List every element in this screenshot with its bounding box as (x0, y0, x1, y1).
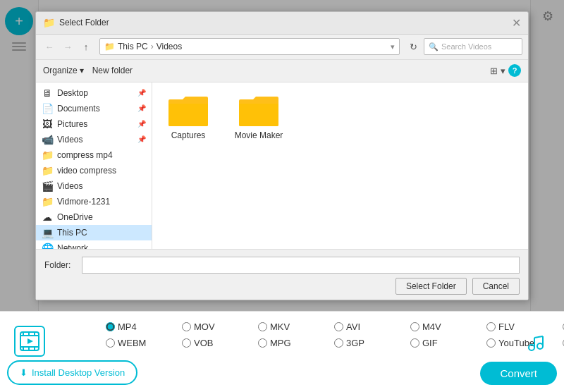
bottom-bar: MP4 MOV MKV AVI M4V FLV (0, 311, 564, 392)
folder-input-row: Folder: (44, 250, 520, 278)
desktop-icon: 🖥 (42, 87, 53, 99)
videos2-icon: 🎬 (42, 180, 53, 192)
svg-point-10 (529, 345, 534, 350)
folder-captures[interactable]: Captures (164, 94, 213, 140)
svg-rect-2 (20, 346, 39, 348)
nav-pane: 🖥 Desktop 📌 📄 Documents 📌 🖼 Pictures 📌 📹 (36, 82, 152, 249)
nav-item-desktop[interactable]: 🖥 Desktop 📌 (36, 85, 152, 101)
pin-icon: 📌 (137, 120, 146, 128)
nav-item-compress-mp4[interactable]: 📁 compress mp4 (36, 147, 152, 163)
nav-item-video-compress[interactable]: 📁 video compress (36, 163, 152, 178)
dialog-toolbar: ← → ↑ 📁 This PC › Videos ▾ ↻ 🔍 Search Vi… (36, 35, 528, 60)
nav-item-thispc[interactable]: 💻 This PC (36, 225, 152, 240)
cancel-button[interactable]: Cancel (472, 278, 520, 295)
content-pane: Captures Movie Maker (152, 82, 528, 249)
pin-icon: 📌 (137, 89, 146, 97)
film-icon (14, 326, 45, 357)
nav-item-desktop-label: Desktop (57, 88, 88, 98)
nav-item-network-label: Network (57, 243, 88, 249)
refresh-button[interactable]: ↻ (405, 39, 421, 54)
dialog-title-text: Select Folder (59, 18, 512, 27)
nav-item-videos[interactable]: 📹 Videos 📌 (36, 132, 152, 147)
radio-m4v[interactable]: M4V (410, 321, 481, 332)
new-folder-button[interactable]: New folder (92, 66, 133, 75)
search-placeholder: Search Videos (441, 42, 491, 51)
folder-moviemaker[interactable]: Movie Maker (234, 94, 283, 140)
radio-mkv[interactable]: MKV (258, 321, 329, 332)
folder-icon: 📁 (42, 165, 53, 176)
nav-item-onedrive[interactable]: ☁ OneDrive (36, 209, 152, 225)
music-icon (522, 329, 550, 357)
search-box[interactable]: 🔍 Search Videos (424, 38, 522, 55)
view-toggle-button[interactable]: ⊞ (490, 66, 498, 76)
dialog-actionbar: Organize ▾ New folder ⊞ ▾ ? (36, 60, 528, 82)
radio-section: MP4 MOV MKV AVI M4V FLV (49, 312, 564, 348)
nav-item-vidmore[interactable]: 📁 Vidmore-1231 (36, 194, 152, 209)
nav-up-button[interactable]: ↑ (78, 39, 94, 54)
folder-captures-name: Captures (171, 130, 206, 140)
nav-item-network[interactable]: 🌐 Network (36, 240, 152, 249)
dialog-body: 🖥 Desktop 📌 📄 Documents 📌 🖼 Pictures 📌 📹 (36, 82, 528, 249)
documents-icon: 📄 (42, 103, 53, 114)
folder-icon: 📁 (42, 149, 53, 161)
dialog-overlay: 📁 Select Folder ✕ ← → ↑ 📁 This PC › Vide… (0, 0, 564, 311)
pin-icon: 📌 (137, 135, 146, 143)
view-dropdown-button[interactable]: ▾ (501, 66, 505, 76)
svg-rect-4 (28, 332, 30, 335)
radio-gif[interactable]: GIF (410, 338, 481, 348)
radio-vob[interactable]: VOB (182, 338, 252, 348)
nav-item-videos2-label: Videos (57, 181, 82, 191)
install-button-label: Install Desktop Version (32, 367, 125, 378)
install-button[interactable]: ⬇ Install Desktop Version (7, 360, 137, 385)
dialog-buttons: Select Folder Cancel (44, 278, 520, 295)
folder-moviemaker-name: Movie Maker (235, 130, 283, 140)
folder-input[interactable] (82, 257, 520, 274)
radio-webm[interactable]: WEBM (106, 338, 176, 348)
breadcrumb-videos: Videos (157, 42, 182, 51)
radio-mp4[interactable]: MP4 (106, 321, 176, 332)
address-bar[interactable]: 📁 This PC › Videos ▾ (99, 38, 400, 55)
network-icon: 🌐 (42, 243, 53, 249)
nav-back-button[interactable]: ← (42, 39, 57, 54)
nav-item-pictures[interactable]: 🖼 Pictures 📌 (36, 116, 152, 132)
new-folder-label: New folder (92, 66, 133, 75)
view-icons: ⊞ ▾ ? (490, 64, 521, 77)
nav-item-documents-label: Documents (57, 104, 100, 114)
organize-button[interactable]: Organize ▾ (43, 66, 84, 75)
nav-item-videos2[interactable]: 🎬 Videos (36, 178, 152, 194)
nav-item-video-compress-label: video compress (57, 166, 116, 176)
radio-mov[interactable]: MOV (182, 321, 252, 332)
svg-rect-6 (23, 348, 24, 350)
nav-forward-button[interactable]: → (60, 39, 75, 54)
radio-row-1: MP4 MOV MKV AVI M4V FLV (106, 321, 508, 332)
select-folder-button[interactable]: Select Folder (396, 278, 467, 295)
thispc-icon: 💻 (42, 227, 53, 238)
dialog-title-icon: 📁 (43, 17, 55, 28)
radio-avi[interactable]: AVI (334, 321, 405, 332)
download-icon: ⬇ (20, 367, 27, 378)
svg-point-11 (537, 343, 543, 349)
videos-icon: 📹 (42, 134, 53, 145)
onedrive-icon: ☁ (42, 212, 53, 223)
radio-row-2: WEBM VOB MPG 3GP GIF YouTube (106, 338, 508, 348)
radio-mpg[interactable]: MPG (258, 338, 329, 348)
folder-moviemaker-icon (238, 94, 280, 128)
dialog-close-button[interactable]: ✕ (512, 16, 521, 30)
nav-item-videos-label: Videos (57, 135, 82, 145)
address-dropdown-icon[interactable]: ▾ (391, 42, 395, 51)
dialog-titlebar: 📁 Select Folder ✕ (36, 12, 528, 35)
search-icon: 🔍 (429, 42, 439, 51)
nav-item-documents[interactable]: 📄 Documents 📌 (36, 101, 152, 116)
help-button[interactable]: ? (508, 64, 521, 77)
pin-icon: 📌 (137, 104, 146, 112)
radio-3gp[interactable]: 3GP (334, 338, 405, 348)
convert-button[interactable]: Convert (480, 362, 557, 385)
nav-item-thispc-label: This PC (57, 228, 87, 238)
nav-item-onedrive-label: OneDrive (57, 212, 93, 222)
breadcrumb-thispc: 📁 (104, 42, 115, 51)
svg-rect-1 (20, 335, 39, 336)
organize-dropdown-icon: ▾ (80, 66, 84, 75)
nav-item-pictures-label: Pictures (57, 119, 87, 129)
nav-item-compress-mp4-label: compress mp4 (57, 150, 113, 160)
breadcrumb-thispc-label: This PC (118, 42, 148, 51)
